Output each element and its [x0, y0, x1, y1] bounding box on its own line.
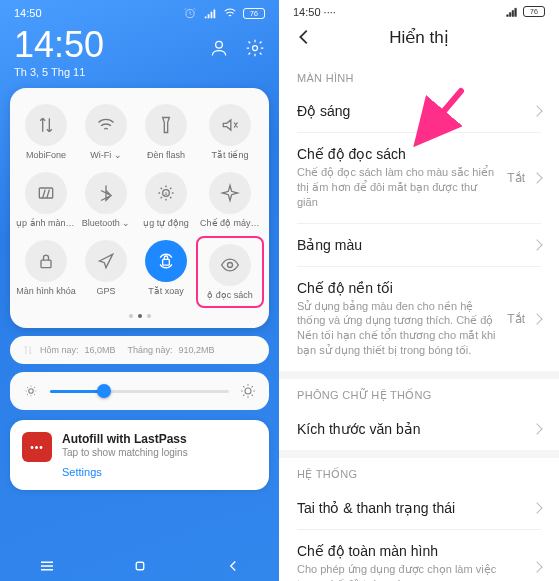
alarm-icon [183, 6, 197, 20]
chevron-right-icon [531, 239, 542, 250]
data-month-value: 910,2MB [179, 345, 215, 355]
chevron-right-icon [531, 562, 542, 573]
row-fullscreen-mode[interactable]: Chế độ toàn màn hình Cho phép ứng dụng đ… [279, 530, 559, 581]
back-button[interactable] [293, 26, 315, 48]
qs-gps[interactable]: GPS [76, 236, 136, 308]
qs-flashlight[interactable]: Đèn flash [136, 100, 196, 164]
svg-point-2 [253, 46, 258, 51]
section-screen: MÀN HÌNH [279, 62, 559, 90]
quick-settings-panel: MobiFone Wi-Fi ⌄ Đèn flash Tắt tiếng ụp … [10, 88, 269, 328]
qs-mobile-data[interactable]: MobiFone [16, 100, 76, 164]
svg-point-1 [216, 41, 223, 48]
svg-rect-6 [41, 260, 51, 268]
svg-rect-3 [39, 188, 52, 198]
signal-icon [203, 6, 217, 20]
chevron-right-icon [531, 423, 542, 434]
wifi-icon [223, 6, 237, 20]
data-today-value: 16,0MB [85, 345, 116, 355]
chevron-right-icon [531, 172, 542, 183]
flashlight-icon [156, 115, 176, 135]
page-indicator [16, 308, 263, 320]
qs-wifi[interactable]: Wi-Fi ⌄ [76, 100, 136, 164]
section-font: PHÔNG CHỮ HỆ THỐNG [279, 379, 559, 408]
lock-icon [36, 251, 56, 271]
notif-action-settings[interactable]: Settings [62, 466, 257, 478]
data-usage-icon [22, 344, 34, 356]
brightness-row [10, 372, 269, 410]
qs-bluetooth[interactable]: Bluetooth ⌄ [76, 168, 136, 232]
svg-rect-11 [136, 562, 144, 570]
header-actions [209, 38, 265, 58]
screenshot-icon [36, 183, 56, 203]
svg-point-9 [29, 389, 34, 394]
notif-subtitle: Tap to show matching logins [62, 447, 257, 458]
qs-lockscreen[interactable]: Màn hình khóa [16, 236, 76, 308]
mute-icon [220, 115, 240, 135]
phone-quick-settings: 14:50 76 14:50 Th 3, 5 Thg 11 MobiFone W… [0, 0, 279, 581]
svg-rect-7 [163, 259, 170, 265]
nav-menu-icon[interactable] [38, 557, 56, 575]
rotation-lock-icon [156, 251, 176, 271]
chevron-right-icon [531, 502, 542, 513]
page-title: Hiển thị [389, 27, 448, 48]
qs-rotation-lock[interactable]: Tắt xoay [136, 236, 196, 308]
qs-reading-mode-highlight: ộ đọc sách [196, 236, 264, 308]
status-time: 14:50 ···· [293, 6, 336, 18]
nav-home-icon[interactable] [131, 557, 149, 575]
page-header: Hiển thị [279, 18, 559, 62]
qs-reading-mode[interactable]: ộ đọc sách [200, 240, 260, 304]
row-brightness[interactable]: Độ sáng [279, 90, 559, 132]
notif-title: Autofill with LastPass [62, 432, 257, 446]
chevron-right-icon [531, 105, 542, 116]
lockscreen-date: Th 3, 5 Thg 11 [0, 66, 279, 88]
brightness-slider[interactable] [50, 390, 229, 393]
data-icon [36, 115, 56, 135]
brightness-low-icon [22, 382, 40, 400]
battery-icon: 76 [243, 8, 265, 19]
brightness-high-icon [239, 382, 257, 400]
data-usage-row[interactable]: Hôm nay: 16,0MB Tháng này: 910,2MB [10, 336, 269, 364]
wifi-icon [96, 115, 116, 135]
svg-point-10 [245, 388, 251, 394]
battery-icon: 76 [523, 6, 545, 17]
dark-mode-state: Tắt [507, 312, 525, 326]
nav-bar [0, 547, 279, 581]
notification-lastpass[interactable]: Autofill with LastPass Tap to show match… [10, 420, 269, 490]
row-dark-mode[interactable]: Chế độ nền tối Sử dụng bảng màu đen cho … [279, 267, 559, 371]
status-icons: 76 [183, 6, 265, 20]
row-reading-mode[interactable]: Chế độ đọc sách Chế độ đọc sách làm cho … [279, 133, 559, 223]
row-color-scheme[interactable]: Bảng màu [279, 224, 559, 266]
eye-icon [220, 255, 240, 275]
auto-bright-icon: A [156, 183, 176, 203]
section-system: HỆ THỐNG [279, 458, 559, 487]
data-month-label: Tháng này: [128, 345, 173, 355]
row-notch-statusbar[interactable]: Tai thỏ & thanh trạng thái [279, 487, 559, 529]
qs-auto-brightness[interactable]: Aụg tự động [136, 168, 196, 232]
qs-screenshot[interactable]: ụp ảnh màn hình [16, 168, 76, 232]
lastpass-icon [22, 432, 52, 462]
signal-icon [505, 5, 518, 18]
profile-icon[interactable] [209, 38, 229, 58]
qs-mute[interactable]: Tắt tiếng [196, 100, 264, 164]
data-today-label: Hôm nay: [40, 345, 79, 355]
airplane-icon [220, 183, 240, 203]
status-bar: 14:50 ···· 76 [279, 0, 559, 18]
svg-point-8 [228, 263, 233, 268]
nav-back-icon[interactable] [224, 557, 242, 575]
row-text-size[interactable]: Kích thước văn bản [279, 408, 559, 450]
bluetooth-icon [96, 183, 116, 203]
status-bar: 14:50 76 [0, 0, 279, 20]
qs-airplane[interactable]: Chế độ máy bay [196, 168, 264, 232]
chevron-right-icon [531, 313, 542, 324]
status-time: 14:50 [14, 7, 42, 19]
reading-mode-state: Tắt [507, 171, 525, 185]
settings-icon[interactable] [245, 38, 265, 58]
gps-icon [96, 251, 116, 271]
phone-display-settings: 14:50 ···· 76 Hiển thị MÀN HÌNH Độ sáng … [279, 0, 559, 581]
